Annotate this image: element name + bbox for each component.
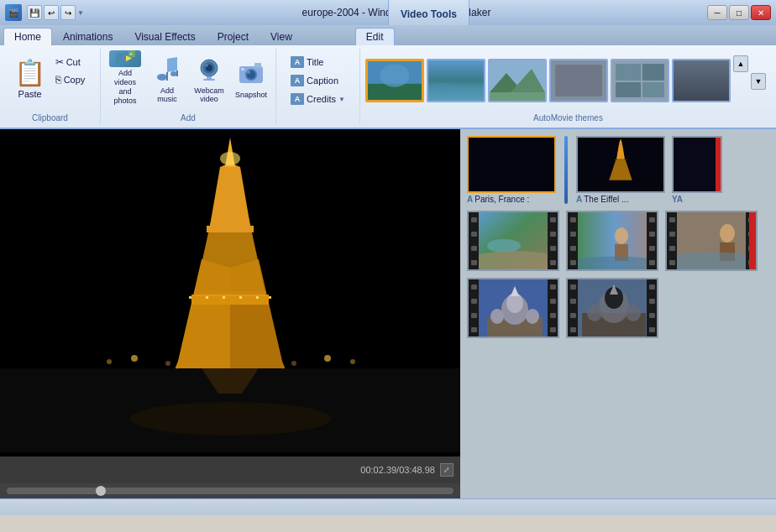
story-clip-6[interactable]: [665, 211, 758, 271]
story-clip-4[interactable]: [467, 211, 559, 271]
add-label: Add: [181, 112, 196, 123]
svg-point-56: [107, 359, 112, 364]
themes-nav-down[interactable]: ▼: [751, 73, 766, 90]
quick-undo-btn[interactable]: ↩: [44, 5, 59, 20]
svg-rect-48: [189, 296, 191, 299]
svg-point-82: [526, 309, 539, 324]
storyboard-row-1: A Paris, France :: [467, 136, 769, 204]
theme-3[interactable]: [488, 59, 547, 102]
add-videos-label: Add videos and photos: [107, 69, 143, 105]
tab-animations[interactable]: Animations: [52, 28, 123, 45]
clip-1-label: Paris, France :: [475, 195, 529, 204]
close-btn[interactable]: ✕: [751, 5, 771, 20]
svg-rect-44: [207, 226, 254, 232]
timeline-track[interactable]: [7, 488, 454, 494]
maximize-btn[interactable]: □: [729, 5, 749, 20]
expand-preview-button[interactable]: ⤢: [440, 463, 454, 477]
svg-point-59: [291, 361, 296, 366]
story-clip-3[interactable]: YA: [672, 136, 722, 204]
quick-save-btn[interactable]: 💾: [27, 5, 42, 20]
svg-point-47: [220, 152, 240, 165]
theme-5[interactable]: [611, 59, 669, 102]
tab-view[interactable]: View: [260, 28, 303, 45]
caption-button[interactable]: A Caption: [287, 72, 342, 89]
credits-label: Credits: [307, 94, 336, 104]
timeline-bar: [0, 483, 460, 498]
svg-point-37: [129, 402, 331, 436]
caption-label: Caption: [307, 76, 338, 86]
add-videos-photos-button[interactable]: + Add videos and photos: [106, 50, 144, 106]
svg-rect-51: [239, 296, 242, 299]
svg-rect-32: [642, 64, 664, 81]
title-bar: 🎬 💾 ↩ ↪ ▼ europe-2004 - Windows Live Mov…: [0, 0, 776, 25]
svg-point-74: [720, 224, 735, 243]
story-clip-8[interactable]: [566, 278, 658, 338]
svg-point-22: [380, 64, 410, 86]
tab-project[interactable]: Project: [207, 28, 260, 45]
quick-redo-btn[interactable]: ↪: [60, 5, 76, 20]
paste-icon: 📋: [14, 58, 45, 87]
quick-dropdown-btn[interactable]: ▼: [76, 5, 86, 20]
preview-panel: 00:02.39/03:48.98 ⤢: [0, 129, 460, 498]
paste-button[interactable]: 📋 Paste: [12, 50, 49, 106]
svg-rect-13: [203, 79, 215, 81]
svg-rect-29: [555, 65, 602, 96]
timecode-display: 00:02.39/03:48.98: [360, 465, 435, 475]
svg-rect-50: [223, 296, 225, 299]
svg-point-4: [157, 74, 167, 81]
webcam-icon: [193, 53, 225, 85]
themes-nav-up[interactable]: ▲: [733, 55, 748, 72]
title-button[interactable]: A Title: [287, 54, 327, 70]
copy-button[interactable]: ⎘ Copy: [52, 71, 89, 88]
tab-edit[interactable]: Edit: [355, 28, 395, 45]
tab-home[interactable]: Home: [3, 28, 52, 45]
story-clip-5[interactable]: [566, 211, 658, 271]
svg-rect-49: [206, 296, 208, 299]
cut-button[interactable]: ✂ Cut: [52, 54, 89, 70]
svg-point-88: [587, 305, 602, 321]
title-icon: A: [291, 56, 304, 68]
paste-label: Paste: [18, 89, 42, 99]
minimize-btn[interactable]: ─: [707, 5, 727, 20]
svg-point-71: [615, 227, 628, 244]
clipboard-label: Clipboard: [32, 112, 68, 123]
caption-icon: A: [291, 75, 304, 86]
story-clip-2[interactable]: A The Eiffel ...: [576, 136, 665, 204]
svg-rect-27: [490, 92, 545, 101]
story-clip-7[interactable]: [467, 278, 559, 338]
theme-1[interactable]: [365, 59, 424, 102]
theme-6[interactable]: [672, 59, 731, 102]
svg-rect-53: [269, 296, 271, 299]
svg-rect-33: [616, 82, 641, 97]
snapshot-button[interactable]: Snapshot: [232, 50, 270, 106]
main-area: 00:02.39/03:48.98 ⤢ A Paris, Fran: [0, 129, 776, 498]
credits-dropdown-icon[interactable]: ▼: [338, 96, 345, 103]
theme-2[interactable]: [427, 59, 485, 102]
story-clip-1[interactable]: A Paris, France :: [467, 136, 556, 204]
credits-button[interactable]: A Credits ▼: [287, 91, 349, 107]
app-icon: 🎬: [5, 4, 22, 21]
add-music-icon: [151, 53, 183, 85]
svg-point-81: [490, 309, 504, 324]
video-preview: [0, 129, 460, 456]
snapshot-icon: [235, 57, 267, 89]
svg-rect-31: [616, 64, 641, 81]
add-music-button[interactable]: Add music: [148, 50, 186, 106]
svg-point-69: [487, 239, 521, 253]
snapshot-label: Snapshot: [235, 91, 267, 99]
copy-label: Copy: [64, 75, 86, 85]
svg-point-17: [247, 70, 250, 74]
clip-divider-1: [564, 136, 568, 204]
ribbon-themes-group: ▲ ▼ AutoMovie themes: [360, 49, 776, 124]
storyboard-row-2: [467, 211, 769, 271]
svg-rect-19: [241, 68, 244, 70]
tab-visual-effects[interactable]: Visual Effects: [123, 28, 206, 45]
svg-point-54: [131, 355, 138, 362]
preview-controls: 00:02.39/03:48.98 ⤢: [0, 456, 460, 483]
title-label: Title: [307, 57, 323, 67]
theme-4[interactable]: [549, 59, 608, 102]
ribbon: 📋 Paste ✂ Cut ⎘ Copy Clipboard: [0, 45, 776, 129]
webcam-video-button[interactable]: Webcam video: [190, 50, 228, 106]
timeline-thumb[interactable]: [96, 486, 106, 496]
svg-rect-34: [642, 82, 664, 97]
